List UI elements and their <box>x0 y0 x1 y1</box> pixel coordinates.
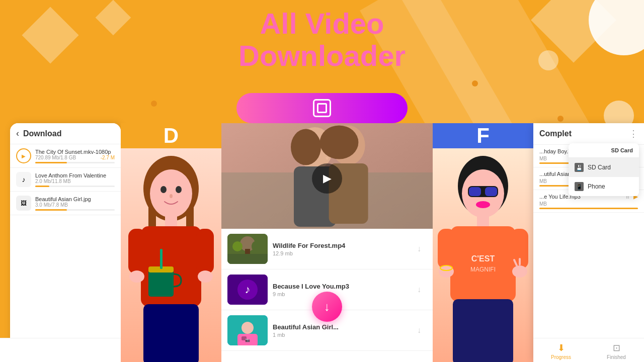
svg-point-13 <box>198 270 213 283</box>
girl2-illustration: C'EST MAGNIFI <box>433 148 533 362</box>
f-screen: F <box>433 123 533 362</box>
dl-name: Beautiful Asian Girl... <box>273 323 407 331</box>
right-phone-footer: ⬇ Progress ⊡ Finished <box>533 338 644 362</box>
svg-point-47 <box>476 201 490 208</box>
fab-icon: ↓ <box>324 300 330 314</box>
svg-point-37 <box>242 322 254 334</box>
dl-info: Because I Love You.mp3 9 mb <box>273 283 407 297</box>
dl-name: Wildlife For Forest.mp4 <box>273 242 407 249</box>
svg-rect-50 <box>438 229 455 269</box>
girl2-background: C'EST MAGNIFI <box>433 148 533 362</box>
svg-rect-17 <box>143 304 199 362</box>
video-thumbnail <box>227 234 268 264</box>
svg-point-12 <box>129 270 144 283</box>
right-phone-title: Complet <box>539 129 629 138</box>
svg-point-7 <box>170 194 173 198</box>
dropdown-item-sdcard[interactable]: 💾 SD Card <box>569 158 639 177</box>
d-letter: D <box>164 124 179 148</box>
item-speed: -2.7 M <box>101 155 115 160</box>
photo-thumbnail: 📷 <box>227 315 268 345</box>
photo-thumb: 📷 <box>227 315 268 345</box>
svg-text:♪: ♪ <box>245 283 251 296</box>
progress-fill <box>539 208 638 209</box>
svg-rect-16 <box>160 249 163 269</box>
dropdown-item-phone[interactable]: 📱 Phone <box>569 177 639 196</box>
svg-point-22 <box>291 129 321 165</box>
play-button[interactable]: ▶ <box>16 148 31 163</box>
left-phone-title: Download <box>23 129 61 138</box>
list-item: ♪ Love Anthom From Valentine 2.0 Mb/11.8… <box>10 168 121 192</box>
bg-circle <box>589 0 644 55</box>
play-overlay[interactable]: ▶ <box>312 163 342 194</box>
screens-container: ‹ Download ▶ The City Of Sunset.mkv-1080… <box>0 123 644 362</box>
footer-finished-item[interactable]: ⊡ Finished <box>589 342 644 360</box>
sdcard-icon: 💾 <box>575 163 584 172</box>
music-thumbnail: ♪ <box>227 275 268 305</box>
svg-rect-32 <box>227 254 268 264</box>
download-arrow[interactable]: ↓ <box>412 241 427 256</box>
progress-fill <box>35 186 49 187</box>
dl-size: 9 mb <box>273 291 407 297</box>
phone-label: Phone <box>588 183 605 190</box>
fab-download-button[interactable]: ↓ <box>312 292 342 322</box>
bg-dot <box>151 101 157 107</box>
item-size: MB <box>539 201 638 207</box>
couple-image: ♥ ▶ <box>221 123 433 234</box>
list-item: 🖼 Beautiful Asian Girl.jpg 3.0 Mb/7.8 MB <box>10 192 121 215</box>
app-title-area: All Video Downloader <box>238 8 406 72</box>
svg-point-30 <box>232 241 243 251</box>
phone-icon: 📱 <box>575 182 584 191</box>
dl-info: Beautiful Asian Girl... 1 mb <box>273 323 407 338</box>
f-header: F <box>433 123 533 148</box>
svg-point-53 <box>512 265 527 278</box>
dl-size: 12.9 mb <box>273 250 407 256</box>
list-item: Wildlife For Forest.mp4 12.9 mb ↓ <box>221 229 433 269</box>
left-phone-header: ‹ Download <box>10 123 121 144</box>
svg-rect-48 <box>477 215 489 227</box>
footer-progress-item[interactable]: ⬇ Progress <box>533 342 589 360</box>
progress-fill <box>35 162 67 163</box>
svg-rect-8 <box>165 215 177 227</box>
item-size: 3.0 Mb/7.8 MB <box>35 202 115 208</box>
svg-point-4 <box>150 169 192 218</box>
bg-dot <box>472 80 478 86</box>
list-item: ▶ The City Of Sunset.mkv-1080p 720.89 Mb… <box>10 144 121 168</box>
item-name: Beautiful Asian Girl.jpg <box>35 196 115 202</box>
app-title-line1: All Video <box>238 8 406 40</box>
girl-background <box>121 148 221 362</box>
d-screen: D <box>121 123 221 362</box>
progress-icon: ⬇ <box>557 342 565 353</box>
music-thumb: ♪ <box>227 275 268 305</box>
dl-info: Wildlife For Forest.mp4 12.9 mb <box>273 242 407 256</box>
svg-point-25 <box>320 125 359 159</box>
svg-point-31 <box>252 240 264 252</box>
middle-screen: ♥ ▶ <box>221 123 433 362</box>
item-info: Beautiful Asian Girl.jpg 3.0 Mb/7.8 MB <box>35 196 115 211</box>
svg-rect-11 <box>196 229 214 274</box>
f-letter: F <box>476 124 490 148</box>
pink-bar[interactable] <box>236 93 408 123</box>
progress-fill <box>35 209 67 211</box>
svg-text:📷: 📷 <box>245 337 250 342</box>
svg-rect-49 <box>450 226 516 302</box>
music-icon: ♪ <box>16 172 31 187</box>
right-phone: Complet ⋮ SD Card 💾 SD Card 📱 Phone ...h… <box>533 123 644 362</box>
item-size: 720.89 Mb/1.8 GB <box>35 155 76 160</box>
svg-point-5 <box>160 186 167 193</box>
svg-rect-56 <box>453 299 513 362</box>
svg-text:♥: ♥ <box>325 155 329 162</box>
download-arrow[interactable]: ↓ <box>412 282 427 297</box>
dropdown-menu[interactable]: SD Card 💾 SD Card 📱 Phone <box>569 143 639 196</box>
progress-label: Progress <box>551 354 571 360</box>
more-icon[interactable]: ⋮ <box>629 128 638 139</box>
girl-illustration <box>121 148 221 362</box>
left-phone-footer: ⊞ Tab ⬇ Progress <box>10 338 121 362</box>
back-button[interactable]: ‹ <box>16 128 19 139</box>
bg-decoration <box>96 0 131 35</box>
footer-tab-item[interactable]: ⊞ Tab <box>10 342 121 360</box>
finished-icon: ⊡ <box>613 342 620 353</box>
item-info: The City Of Sunset.mkv-1080p 720.89 Mb/1… <box>35 149 115 163</box>
download-arrow[interactable]: ↓ <box>412 323 427 338</box>
finished-label: Finished <box>607 354 626 360</box>
item-name: The City Of Sunset.mkv-1080p <box>35 149 115 155</box>
